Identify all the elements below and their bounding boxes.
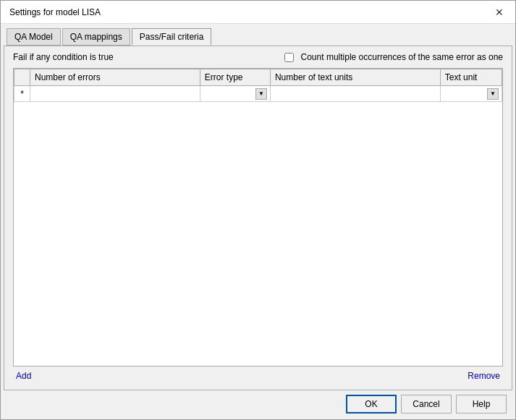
settings-dialog: Settings for model LISA ✕ QA Model QA ma…	[0, 0, 516, 420]
remove-button[interactable]: Remove	[468, 371, 500, 381]
add-button[interactable]: Add	[16, 371, 31, 381]
num-text-units-input[interactable]	[274, 89, 437, 99]
count-multiple-label: Count multiple occurrences of the same e…	[301, 52, 503, 62]
content-area: Fail if any condition is true Count mult…	[4, 46, 512, 390]
condition-left: Fail if any condition is true	[13, 52, 114, 62]
title-bar: Settings for model LISA ✕	[1, 1, 515, 24]
tab-pass-fail-criteria[interactable]: Pass/Fail criteria	[132, 28, 212, 46]
help-button[interactable]: Help	[456, 395, 507, 413]
header-text-unit: Text unit	[440, 69, 502, 86]
text-unit-dropdown: ▼	[444, 88, 499, 100]
header-marker	[14, 69, 30, 86]
bottom-links: Add Remove	[13, 367, 503, 384]
cancel-button[interactable]: Cancel	[401, 395, 452, 413]
criteria-table: Number of errors Error type Number of te…	[14, 69, 502, 102]
condition-row: Fail if any condition is true Count mult…	[13, 52, 503, 62]
tab-qa-mappings[interactable]: QA mappings	[62, 28, 130, 46]
error-type-arrow[interactable]: ▼	[255, 88, 267, 100]
text-unit-cell: ▼	[440, 86, 502, 102]
condition-right: Count multiple occurrences of the same e…	[284, 52, 503, 62]
num-text-units-cell	[270, 86, 440, 102]
table-container: Number of errors Error type Number of te…	[13, 68, 503, 367]
text-unit-arrow[interactable]: ▼	[487, 88, 499, 100]
header-num-text-units: Number of text units	[270, 69, 440, 86]
close-button[interactable]: ✕	[492, 5, 507, 20]
header-error-type: Error type	[200, 69, 270, 86]
num-errors-cell	[30, 86, 200, 102]
table-row: * ▼	[14, 86, 502, 102]
count-multiple-checkbox[interactable]	[284, 53, 294, 62]
tabs-bar: QA Model QA mappings Pass/Fail criteria	[1, 24, 515, 46]
dialog-title: Settings for model LISA	[9, 7, 101, 17]
row-marker-cell: *	[14, 86, 30, 102]
table-header-row: Number of errors Error type Number of te…	[14, 69, 502, 86]
ok-button[interactable]: OK	[346, 395, 397, 413]
header-num-errors: Number of errors	[30, 69, 200, 86]
error-type-dropdown: ▼	[203, 88, 267, 100]
footer: OK Cancel Help	[1, 390, 515, 419]
condition-text: Fail if any condition is true	[13, 52, 114, 62]
num-errors-input[interactable]	[33, 89, 197, 99]
error-type-cell: ▼	[200, 86, 270, 102]
tab-qa-model[interactable]: QA Model	[7, 28, 61, 46]
